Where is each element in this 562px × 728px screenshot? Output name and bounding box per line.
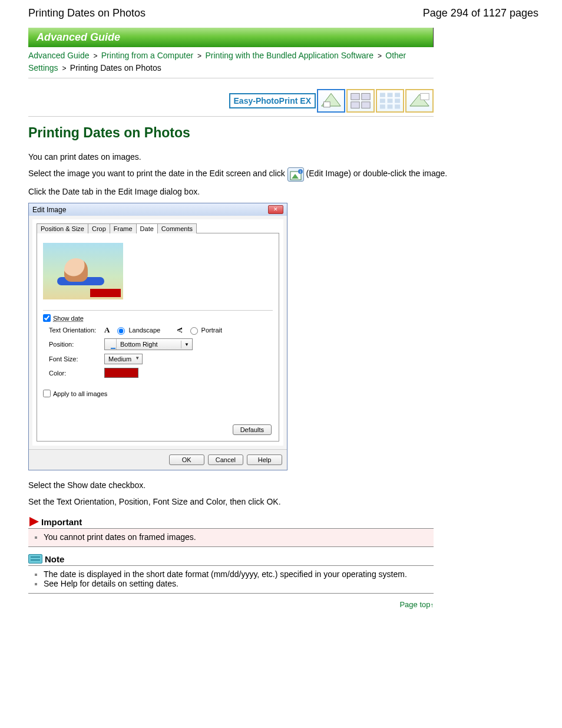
svg-rect-8 [395,93,400,97]
breadcrumb-current: Printing Dates on Photos [70,63,161,73]
strip-thumb-icon[interactable] [317,89,345,113]
click-tab-text: Click the Date tab in the Edit Image dia… [28,185,534,198]
date-overlay [90,289,121,297]
dialog-title: Edit Image [32,206,66,214]
show-date-checkbox[interactable]: Show date [43,314,273,322]
svg-rect-9 [380,98,385,103]
position-dropdown[interactable]: Bottom Right ▼ [104,338,193,350]
breadcrumb-link[interactable]: Printing from a Computer [101,51,193,60]
chevron-down-icon: ▼ [181,341,192,348]
ok-button[interactable]: OK [169,454,204,465]
strip-thumb-icon[interactable] [405,89,434,113]
svg-rect-16 [421,93,429,100]
strip-thumb-icon[interactable] [376,89,404,113]
svg-rect-1 [323,102,330,107]
easy-photoprint-label: Easy-PhotoPrint EX [229,93,316,108]
strip-thumb-icon[interactable] [346,89,375,113]
note-body: The date is displayed in the short date … [28,566,434,594]
defaults-button[interactable]: Defaults [233,424,272,435]
page-title: Printing Dates on Photos [28,125,534,141]
photo-preview [43,243,123,299]
note-item: The date is displayed in the short date … [44,569,407,579]
orientation-portrait-radio[interactable]: Portrait [187,325,222,335]
font-size-label: Font Size: [49,355,100,363]
important-item: You cannot print dates on framed images. [44,532,196,542]
svg-rect-6 [380,93,385,97]
svg-rect-2 [351,93,359,100]
tab-crop[interactable]: Crop [88,223,110,233]
color-label: Color: [49,370,100,377]
edit-image-dialog: Edit Image ✕ Position & Size Crop Frame … [28,203,287,470]
color-swatch[interactable] [104,368,138,378]
after-text-1: Select the Show date checkbox. [28,479,534,492]
tab-frame[interactable]: Frame [110,223,137,233]
cancel-button[interactable]: Cancel [208,454,243,465]
important-heading: Important [28,517,434,529]
note-heading: Note [28,554,434,566]
font-size-dropdown[interactable]: Medium [104,354,143,364]
doc-title: Printing Dates on Photos [28,7,146,19]
svg-rect-12 [380,104,385,108]
svg-rect-7 [388,93,393,97]
close-icon[interactable]: ✕ [268,205,283,214]
tab-position-size[interactable]: Position & Size [37,223,88,233]
after-text-2: Set the Text Orientation, Position, Font… [28,495,534,508]
breadcrumb: Advanced Guide > Printing from a Compute… [28,47,434,78]
svg-rect-11 [395,98,400,103]
book-icon [28,554,42,564]
edit-image-button-icon[interactable]: i [287,167,304,182]
svg-rect-13 [388,104,393,108]
intro-text: You can print dates on images. [28,150,534,163]
svg-rect-4 [351,102,359,108]
breadcrumb-link[interactable]: Advanced Guide [28,51,90,60]
orientation-label: Text Orientation: [49,327,100,334]
letter-a-rotated-icon: A [175,327,184,332]
note-item: See Help for details on setting dates. [44,579,178,588]
apply-all-checkbox[interactable]: Apply to all images [43,390,273,397]
svg-rect-10 [388,98,393,103]
important-body: You cannot print dates on framed images. [28,529,434,547]
svg-rect-3 [362,93,370,100]
tab-date[interactable]: Date [136,223,158,233]
orientation-landscape-radio[interactable]: Landscape [114,325,160,335]
body-text: You can print dates on images. Select th… [28,150,534,198]
up-arrow-icon: ↑ [431,601,434,608]
breadcrumb-link[interactable]: Printing with the Bundled Application So… [205,51,373,60]
advanced-guide-banner: Advanced Guide [28,28,434,47]
icon-strip: Easy-PhotoPrint EX [28,78,434,117]
page-top-link[interactable]: Page top↑ [399,600,434,609]
letter-a-icon: A [104,325,110,335]
select-text: Select the image you want to print the d… [28,167,534,181]
svg-rect-5 [362,102,370,108]
dialog-tabs: Position & Size Crop Frame Date Comments [37,223,279,233]
tab-comments[interactable]: Comments [157,223,197,233]
page-indicator: Page 294 of 1127 pages [423,7,538,19]
svg-rect-14 [395,104,400,108]
help-button[interactable]: Help [247,454,282,465]
position-label: Position: [49,341,100,348]
flag-icon [29,517,39,526]
